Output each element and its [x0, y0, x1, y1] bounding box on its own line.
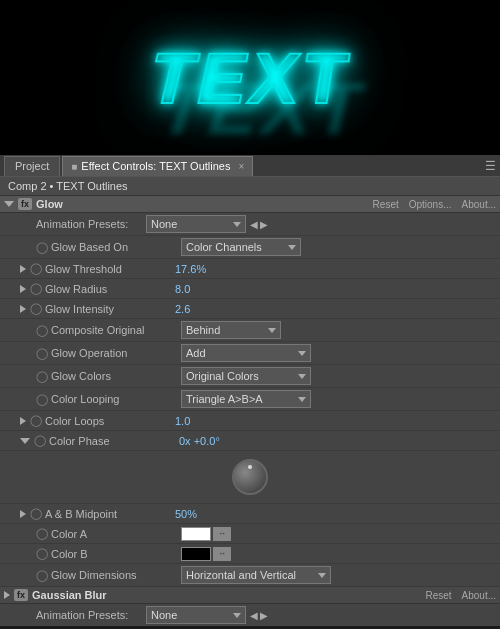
gaussian-blur-section-title: Gaussian Blur — [32, 589, 107, 601]
glow-colors-label: Glow Colors — [51, 370, 181, 382]
color-phase-knob[interactable] — [232, 459, 268, 495]
glow-animation-presets-label: Animation Presets: — [36, 218, 146, 230]
comp-label-text: Comp 2 • TEXT Outlines — [8, 180, 128, 192]
color-a-copy[interactable]: ↔ — [213, 527, 231, 541]
color-b-row: ◯ Color B ↔ — [0, 544, 500, 564]
glow-based-on-row: ◯ Glow Based On Color Channels — [0, 236, 500, 259]
glow-dimensions-value: Horizontal and Vertical — [186, 569, 296, 581]
glow-colors-dropdown[interactable]: Original Colors — [181, 367, 311, 385]
glow-intensity-value[interactable]: 2.6 — [175, 303, 496, 315]
glow-operation-stopwatch[interactable]: ◯ — [36, 347, 48, 360]
glow-dimensions-label: Glow Dimensions — [51, 569, 181, 581]
glow-operation-dropdown[interactable]: Add — [181, 344, 311, 362]
glow-operation-row: ◯ Glow Operation Add — [0, 342, 500, 365]
glow-threshold-row: ◯ Glow Threshold 17.6% — [0, 259, 500, 279]
gb-animation-presets-label: Animation Presets: — [36, 609, 146, 621]
ab-midpoint-label: A & B Midpoint — [45, 508, 175, 520]
glow-nav-prev[interactable]: ◀ — [250, 219, 258, 230]
ab-midpoint-row: ◯ A & B Midpoint 50% — [0, 504, 500, 524]
tab-menu-button[interactable]: ☰ — [485, 159, 496, 173]
comp-label: Comp 2 • TEXT Outlines — [0, 177, 500, 196]
glow-radius-value[interactable]: 8.0 — [175, 283, 496, 295]
gaussian-blur-fx-badge: fx — [14, 589, 28, 601]
tab-effect-controls-label: Effect Controls: TEXT Outlines — [81, 160, 230, 172]
glow-threshold-label: Glow Threshold — [45, 263, 175, 275]
glow-based-on-dropdown[interactable]: Color Channels — [181, 238, 301, 256]
color-looping-stopwatch[interactable]: ◯ — [36, 393, 48, 406]
color-b-label: Color B — [51, 548, 181, 560]
color-a-label: Color A — [51, 528, 181, 540]
composite-original-stopwatch[interactable]: ◯ — [36, 324, 48, 337]
glow-nav-arrows: ◀ ▶ — [250, 219, 268, 230]
color-phase-stopwatch[interactable]: ◯ — [34, 434, 46, 447]
glow-about-button[interactable]: About... — [462, 199, 496, 210]
ab-midpoint-value[interactable]: 50% — [175, 508, 496, 520]
glow-reset-button[interactable]: Reset — [373, 199, 399, 210]
gaussian-blur-about-button[interactable]: About... — [462, 590, 496, 601]
gb-animation-presets-arrow — [233, 613, 241, 618]
color-phase-collapse[interactable] — [20, 438, 30, 444]
color-loops-row: ◯ Color Loops 1.0 — [0, 411, 500, 431]
ab-midpoint-stopwatch[interactable]: ◯ — [30, 507, 42, 520]
tab-close-button[interactable]: × — [238, 161, 244, 172]
composite-original-value: Behind — [186, 324, 220, 336]
glow-intensity-row: ◯ Glow Intensity 2.6 — [0, 299, 500, 319]
glow-dimensions-stopwatch[interactable]: ◯ — [36, 569, 48, 582]
glow-threshold-value[interactable]: 17.6% — [175, 263, 496, 275]
glow-animation-presets-dropdown[interactable]: None — [146, 215, 246, 233]
gb-nav-arrows: ◀ ▶ — [250, 610, 268, 621]
glow-section-title: Glow — [36, 198, 63, 210]
knob-dot — [248, 465, 252, 469]
glow-operation-arrow — [298, 351, 306, 356]
glow-threshold-expand[interactable] — [20, 265, 26, 273]
glow-dimensions-dropdown[interactable]: Horizontal and Vertical — [181, 566, 331, 584]
glow-fx-badge: fx — [18, 198, 32, 210]
glow-colors-value: Original Colors — [186, 370, 259, 382]
composite-original-label: Composite Original — [51, 324, 181, 336]
glow-section-header[interactable]: fx Glow Reset Options... About... — [0, 196, 500, 213]
color-b-swatch[interactable] — [181, 547, 211, 561]
glow-radius-stopwatch[interactable]: ◯ — [30, 282, 42, 295]
gb-animation-presets-dropdown[interactable]: None — [146, 606, 246, 624]
glow-dimensions-arrow — [318, 573, 326, 578]
glow-radius-expand[interactable] — [20, 285, 26, 293]
color-loops-stopwatch[interactable]: ◯ — [30, 414, 42, 427]
glow-intensity-stopwatch[interactable]: ◯ — [30, 302, 42, 315]
glow-nav-next[interactable]: ▶ — [260, 219, 268, 230]
gb-nav-next[interactable]: ▶ — [260, 610, 268, 621]
gaussian-blur-section-header[interactable]: fx Gaussian Blur Reset About... — [0, 587, 500, 604]
glow-operation-label: Glow Operation — [51, 347, 181, 359]
color-b-stopwatch[interactable]: ◯ — [36, 547, 48, 560]
color-loops-expand[interactable] — [20, 417, 26, 425]
color-loops-label: Color Loops — [45, 415, 175, 427]
color-looping-label: Color Looping — [51, 393, 181, 405]
glow-colors-stopwatch[interactable]: ◯ — [36, 370, 48, 383]
gaussian-blur-reset-button[interactable]: Reset — [425, 590, 451, 601]
gb-nav-prev[interactable]: ◀ — [250, 610, 258, 621]
color-looping-dropdown[interactable]: Triangle A>B>A — [181, 390, 311, 408]
color-phase-value[interactable]: 0x +0.0° — [179, 435, 496, 447]
glow-based-on-stopwatch[interactable]: ◯ — [36, 241, 48, 254]
color-looping-row: ◯ Color Looping Triangle A>B>A — [0, 388, 500, 411]
tab-project[interactable]: Project — [4, 156, 60, 176]
tab-effect-controls[interactable]: ■ Effect Controls: TEXT Outlines × — [62, 156, 253, 176]
glow-radius-row: ◯ Glow Radius 8.0 — [0, 279, 500, 299]
gaussian-blur-expand[interactable] — [4, 591, 10, 599]
color-phase-label: Color Phase — [49, 435, 179, 447]
tab-bar: Project ■ Effect Controls: TEXT Outlines… — [0, 155, 500, 177]
color-a-swatch[interactable] — [181, 527, 211, 541]
color-b-copy[interactable]: ↔ — [213, 547, 231, 561]
color-a-stopwatch[interactable]: ◯ — [36, 527, 48, 540]
glow-animation-presets-row: Animation Presets: None ◀ ▶ — [0, 213, 500, 236]
color-loops-value[interactable]: 1.0 — [175, 415, 496, 427]
glow-collapse-triangle[interactable] — [4, 201, 14, 207]
ab-midpoint-expand[interactable] — [20, 510, 26, 518]
glow-options-button[interactable]: Options... — [409, 199, 452, 210]
composite-original-dropdown[interactable]: Behind — [181, 321, 281, 339]
color-phase-row: ◯ Color Phase 0x +0.0° — [0, 431, 500, 451]
glow-threshold-stopwatch[interactable]: ◯ — [30, 262, 42, 275]
gb-animation-presets-value: None — [151, 609, 177, 621]
glow-intensity-expand[interactable] — [20, 305, 26, 313]
glow-based-on-arrow — [288, 245, 296, 250]
composite-original-arrow — [268, 328, 276, 333]
